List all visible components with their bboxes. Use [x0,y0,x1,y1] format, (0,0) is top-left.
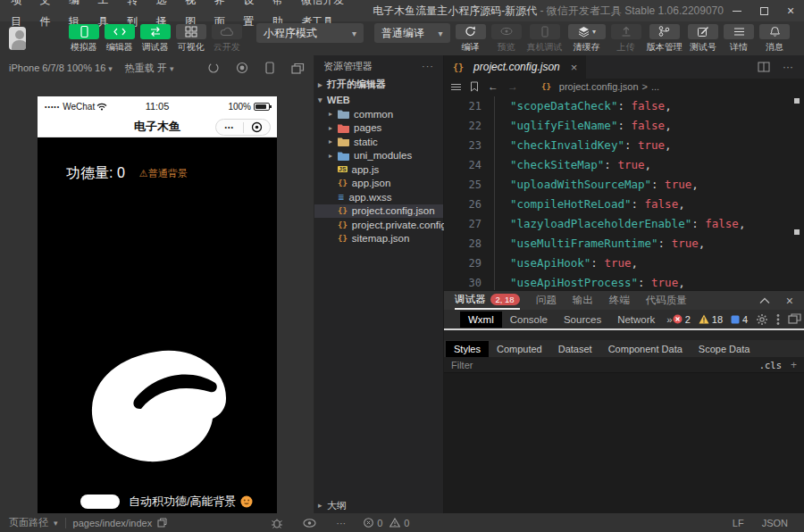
close-button[interactable]: × [777,0,804,21]
device-selector[interactable]: iPhone 6/7/8 100% 16 ▾ [9,62,113,73]
auto-merit-toggle[interactable] [80,495,120,509]
tab-problems[interactable]: 问题 [536,294,557,307]
exit-target-icon[interactable] [244,121,271,133]
device-debug-button[interactable]: 真机调试 [527,24,563,54]
more-actions-icon[interactable]: ··· [783,61,793,73]
tab-component-data[interactable]: Component Data [600,341,691,357]
more-icon[interactable]: ••• [216,124,243,130]
tab-terminal[interactable]: 终端 [609,294,630,307]
capsule-menu[interactable]: ••• [215,119,271,136]
back-icon[interactable]: ← [488,80,498,93]
tree-item-uni-modules[interactable]: ▸ uni_modules [314,149,443,163]
preview-button[interactable]: 预览 [491,24,522,54]
breadcrumb-more[interactable]: ... [651,81,659,92]
simulator-toggle-button[interactable]: 模拟器 [69,24,99,54]
tab-output[interactable]: 输出 [573,294,593,307]
code-line[interactable]: 26"compileHotReLoad": false, [444,195,804,214]
tree-item-pages[interactable]: ▸ pages [314,121,443,136]
gear-icon[interactable] [756,313,768,326]
tree-item-sitemap[interactable]: {} sitemap.json [314,232,443,246]
debugger-toggle-button[interactable]: 调试器 [140,24,171,54]
auto-merit-label[interactable]: 自动积功德/高能背景 [129,494,237,510]
details-button[interactable]: 详情 [724,24,754,54]
close-panel-icon[interactable]: × [786,294,793,308]
code-line[interactable]: 27"lazyloadPlaceholderEnable": false, [444,214,804,234]
page-path-selector[interactable]: 页面路径 ▾ [9,516,58,529]
problems-summary[interactable]: 0 0 [364,518,409,528]
tab-sources[interactable]: Sources [556,312,609,328]
tree-item-app-js[interactable]: JS app.js [314,162,443,177]
tab-code-quality[interactable]: 代码质量 [646,294,687,307]
open-editors-section[interactable]: ▸ 打开的编辑器 [314,77,443,92]
more-icon[interactable]: ··· [422,61,434,71]
project-root-section[interactable]: ▾ WEB [314,92,443,107]
miniapp-content[interactable]: 功德量: 0 ⚠普通背景 自动积功德/高能背景 [38,137,277,513]
code-line[interactable]: 21"scopeDataCheck": false, [444,96,804,116]
forward-icon[interactable]: → [507,80,518,93]
outline-section[interactable]: ▸ 大纲 [314,497,443,513]
mode-select[interactable]: 小程序模式 ▾ [256,23,364,43]
version-control-button[interactable]: 版本管理 [647,24,683,54]
code-line[interactable]: 23"checkInvalidKey": true, [444,136,804,155]
warning-counter[interactable]: 18 [699,314,723,325]
tree-item-project-config[interactable]: {} project.config.json [314,204,443,219]
editor-toggle-button[interactable]: 编辑器 [105,24,135,54]
breadcrumb-file[interactable]: project.config.json [559,81,639,92]
windows-icon[interactable] [291,62,305,74]
info-counter[interactable]: 4 [731,314,748,325]
split-editor-icon[interactable] [758,62,770,72]
tab-scope-data[interactable]: Scope Data [691,341,758,357]
visualization-button[interactable]: 可视化 [176,24,206,54]
messages-button[interactable]: 消息 [759,24,790,54]
code-line[interactable]: 30"useApiHostProcess": true, [444,273,804,290]
tab-project-config-json[interactable]: {} project.config.json × [444,55,586,79]
tree-item-project-private-config[interactable]: {} project.private.config.js... [314,218,443,232]
compile-button[interactable]: 编译 [456,24,486,54]
minimize-button[interactable] [724,0,750,21]
tab-dataset[interactable]: Dataset [550,341,600,357]
device-frame-icon[interactable] [264,62,275,74]
undock-icon[interactable] [788,313,801,325]
code-line[interactable]: 29"useApiHook": true, [444,254,804,273]
tab-console[interactable]: Console [502,312,556,328]
code-line[interactable]: 28"useMultiFrameRuntime": true, [444,234,804,254]
avatar[interactable] [9,27,26,50]
hot-reload-selector[interactable]: 热重载 开 ▾ [125,62,174,75]
menu-icon[interactable] [451,82,461,92]
tree-item-app-wxss[interactable]: ≣ app.wxss [314,190,443,204]
tab-debugger[interactable]: 调试器 2, 18 [455,291,520,310]
add-style-icon[interactable]: + [791,359,797,371]
error-counter[interactable]: 2 [673,314,691,325]
close-tab-icon[interactable]: × [571,61,578,74]
tree-item-common[interactable]: ▸ common [314,107,443,121]
eye-icon[interactable] [303,519,316,528]
upload-button[interactable]: 上传 [611,24,641,54]
cls-toggle[interactable]: .cls [759,360,782,370]
eol-indicator[interactable]: LF [733,518,744,528]
rotate-icon[interactable] [207,62,220,74]
chevron-up-icon[interactable] [759,297,770,304]
tab-styles[interactable]: Styles [446,341,489,357]
cloud-dev-button[interactable]: 云开发 [212,24,242,54]
bug-icon[interactable] [271,518,283,528]
clear-cache-button[interactable]: ▾ 清缓存 [568,24,606,54]
compile-mode-select[interactable]: 普通编译 ▾ [374,23,450,43]
menu-file[interactable]: 文件 [33,0,63,32]
code-line[interactable]: 22"uglifyFileName": false, [444,116,804,136]
maximize-button[interactable] [750,0,777,21]
copy-icon[interactable] [157,518,167,528]
tab-computed[interactable]: Computed [489,341,550,357]
tree-item-static[interactable]: ▸ static [314,135,443,149]
code-line[interactable]: 25"uploadWithSourceMap": true, [444,175,804,195]
more-icon[interactable]: ··· [336,518,346,528]
language-indicator[interactable]: JSON [762,518,788,528]
tree-item-app-json[interactable]: {} app.json [314,177,443,191]
code-line[interactable]: 24"checkSiteMap": true, [444,155,804,175]
current-page-path[interactable]: pages/index/index [73,518,168,528]
kebab-menu-icon[interactable] [776,313,780,326]
code-editor[interactable]: 21"scopeDataCheck": false, 22"uglifyFile… [444,95,804,290]
tab-wxml[interactable]: Wxml [460,312,502,328]
record-icon[interactable] [236,62,248,74]
test-account-button[interactable]: 测试号 [688,24,718,54]
bookmark-icon[interactable] [470,81,479,92]
